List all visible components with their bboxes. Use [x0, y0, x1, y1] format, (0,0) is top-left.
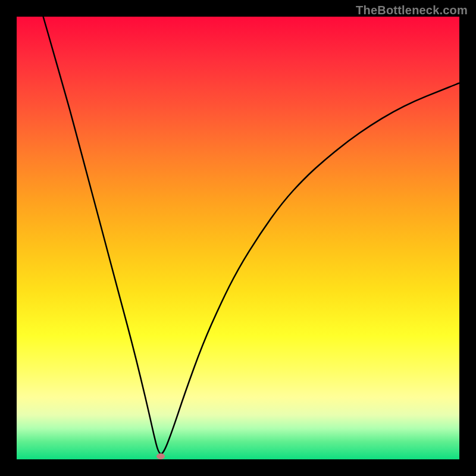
bottleneck-curve — [17, 17, 459, 459]
plot-area — [17, 17, 459, 459]
watermark-text: TheBottleneck.com — [356, 4, 468, 17]
chart-frame: TheBottleneck.com — [0, 0, 476, 476]
optimum-marker — [156, 453, 165, 459]
